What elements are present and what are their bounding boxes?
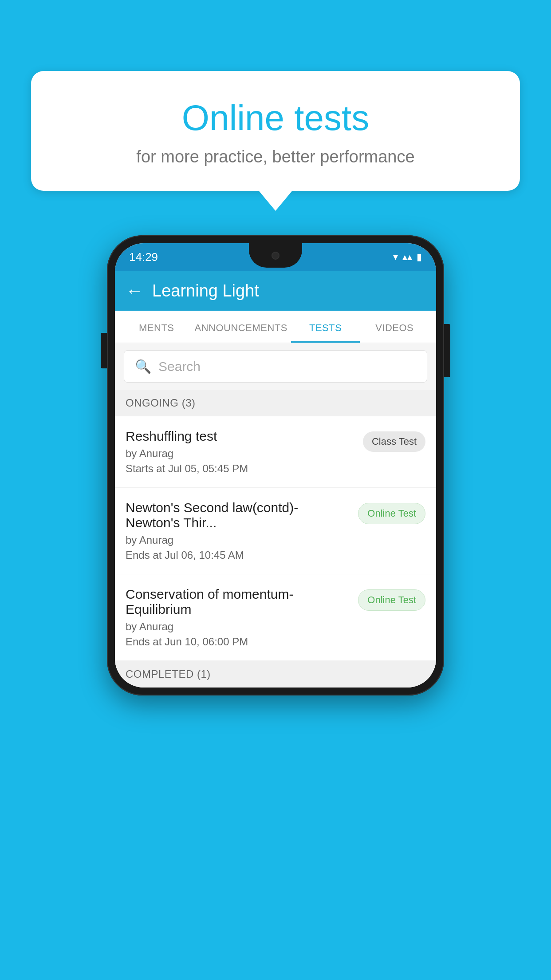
test-by: by Anurag [126, 620, 351, 633]
search-input[interactable]: Search [158, 359, 201, 374]
promo-card: Online tests for more practice, better p… [31, 71, 520, 191]
tab-bar: MENTS ANNOUNCEMENTS TESTS VIDEOS [115, 311, 436, 343]
test-name: Conservation of momentum-Equilibrium [126, 587, 351, 617]
test-info: Reshuffling test by Anurag Starts at Jul… [126, 429, 356, 475]
promo-title: Online tests [53, 98, 498, 138]
test-by: by Anurag [126, 534, 351, 546]
app-title: Learning Light [152, 281, 259, 300]
test-time: Starts at Jul 05, 05:45 PM [126, 462, 356, 475]
test-list: Reshuffling test by Anurag Starts at Jul… [115, 416, 436, 661]
test-info: Conservation of momentum-Equilibrium by … [126, 587, 351, 648]
notch [249, 243, 302, 268]
ongoing-header: ONGOING (3) [115, 390, 436, 416]
phone-mockup: 14:29 ▾ ▴▴ ▮ ← Learning Light MENTS ANNO… [107, 235, 444, 695]
status-time: 14:29 [129, 250, 158, 264]
test-time: Ends at Jun 10, 06:00 PM [126, 636, 351, 648]
test-name: Newton's Second law(contd)-Newton's Thir… [126, 500, 351, 530]
status-bar: 14:29 ▾ ▴▴ ▮ [115, 243, 436, 271]
tab-ments[interactable]: MENTS [122, 311, 191, 343]
test-badge-online-2: Online Test [358, 589, 425, 611]
phone-frame: 14:29 ▾ ▴▴ ▮ ← Learning Light MENTS ANNO… [107, 235, 444, 695]
test-badge-class: Class Test [363, 431, 425, 452]
tab-videos[interactable]: VIDEOS [360, 311, 429, 343]
app-bar: ← Learning Light [115, 271, 436, 311]
phone-screen: 14:29 ▾ ▴▴ ▮ ← Learning Light MENTS ANNO… [115, 243, 436, 688]
test-badge-online: Online Test [358, 503, 425, 524]
promo-subtitle: for more practice, better performance [53, 147, 498, 166]
test-time: Ends at Jul 06, 10:45 AM [126, 549, 351, 561]
tab-announcements[interactable]: ANNOUNCEMENTS [191, 311, 291, 343]
signal-icon: ▴▴ [402, 251, 412, 263]
back-button[interactable]: ← [126, 281, 143, 301]
test-name: Reshuffling test [126, 429, 356, 444]
test-item[interactable]: Reshuffling test by Anurag Starts at Jul… [115, 416, 436, 488]
wifi-icon: ▾ [393, 251, 398, 263]
camera [272, 252, 279, 260]
search-icon: 🔍 [135, 359, 151, 374]
test-item[interactable]: Conservation of momentum-Equilibrium by … [115, 574, 436, 661]
test-by: by Anurag [126, 447, 356, 460]
test-item[interactable]: Newton's Second law(contd)-Newton's Thir… [115, 488, 436, 574]
search-container: 🔍 Search [115, 343, 436, 390]
search-bar[interactable]: 🔍 Search [124, 350, 427, 383]
tab-tests[interactable]: TESTS [291, 311, 360, 343]
status-icons: ▾ ▴▴ ▮ [393, 251, 422, 263]
completed-header: COMPLETED (1) [115, 661, 436, 688]
test-info: Newton's Second law(contd)-Newton's Thir… [126, 500, 351, 561]
battery-icon: ▮ [417, 251, 422, 263]
